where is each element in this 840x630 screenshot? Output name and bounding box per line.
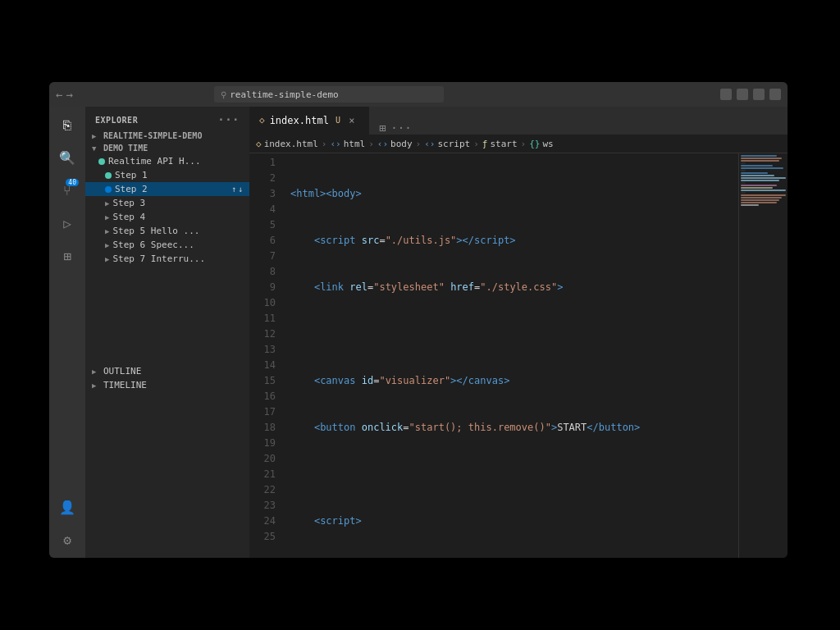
editor-area: ◇ index.html U × ⊞ ··· ◇ index.html › <box>249 107 788 558</box>
minimap-line <box>741 167 783 169</box>
step-down-icon[interactable]: ↓ <box>238 185 243 194</box>
sidebar-item-step3[interactable]: ▶ Step 3 <box>85 196 249 210</box>
breadcrumb-sep1: › <box>322 139 327 149</box>
breadcrumb-file: ◇ index.html <box>256 139 318 149</box>
sidebar-item-step2[interactable]: Step 2 ↑ ↓ <box>85 182 249 196</box>
minimap-line <box>741 187 773 189</box>
breadcrumb-start-label: start <box>490 139 517 149</box>
sidebar-step5-label: Step 5 Hello ... <box>112 226 199 236</box>
nav-arrows: ← → <box>56 88 73 101</box>
sidebar-item-step6[interactable]: ▶ Step 6 Speec... <box>85 238 249 252</box>
minimap-line <box>741 192 746 194</box>
minimap-line <box>741 172 768 174</box>
search-text: realtime-simple-demo <box>230 89 338 100</box>
minimap-line <box>741 204 759 206</box>
minimap-line <box>741 194 786 196</box>
breadcrumb-script: ‹› script <box>424 139 470 149</box>
search-icon[interactable]: 🔍 <box>56 146 79 169</box>
layout-btn-1[interactable] <box>720 89 732 100</box>
git-icon[interactable]: ⑂ 40 <box>56 179 79 202</box>
tab-actions: ⊞ ··· <box>372 121 418 135</box>
tab-index-html[interactable]: ◇ index.html U × <box>249 107 369 135</box>
minimap-line <box>741 180 779 181</box>
chevron-outline: ▶ <box>92 368 100 376</box>
code-line-7 <box>284 467 738 482</box>
breadcrumb-ws: {} ws <box>529 139 554 149</box>
split-editor-icon[interactable]: ⊞ <box>379 121 386 135</box>
play-icon-step5: ▶ <box>105 227 109 235</box>
code-line-4 <box>284 326 738 342</box>
chevron-timeline: ▶ <box>92 381 100 390</box>
sidebar: EXPLORER ··· ▶ REALTIME-SIMPLE-DEMO ▼ DE… <box>85 107 249 558</box>
files-icon[interactable]: ⎘ <box>56 113 79 136</box>
code-line-3: <link rel="stylesheet" href="./style.css… <box>284 280 738 295</box>
layout-btn-4[interactable] <box>769 89 781 100</box>
tab-modified-dot: U <box>336 116 340 125</box>
sidebar-item-step4[interactable]: ▶ Step 4 <box>85 210 249 224</box>
sidebar-timeline[interactable]: ▶ TIMELINE <box>85 378 249 392</box>
step-up-icon[interactable]: ↑ <box>231 185 236 194</box>
code-line-6: <button onclick="start(); this.remove()"… <box>284 420 738 436</box>
minimap-line <box>741 189 786 191</box>
step-nav-arrows: ↑ ↓ <box>231 185 243 194</box>
play-icon-step3: ▶ <box>105 199 109 208</box>
demo-time-label: DEMO TIME <box>103 144 148 153</box>
sidebar-demo-time[interactable]: ▼ DEMO TIME <box>85 142 249 154</box>
sidebar-item-realtime-api[interactable]: Realtime API H... <box>85 154 249 168</box>
minimap-line <box>741 185 777 186</box>
layout-btn-3[interactable] <box>753 89 765 100</box>
sidebar-step3-label: Step 3 <box>112 198 145 208</box>
extensions-icon[interactable]: ⊞ <box>56 244 79 267</box>
breadcrumb-filename: index.html <box>264 139 318 149</box>
breadcrumb-body-label: body <box>390 139 413 149</box>
git-badge: 40 <box>66 179 79 186</box>
minimap-line <box>741 165 773 167</box>
line-numbers: 12345 678910 1112131415 1617181920 21222… <box>249 153 284 558</box>
breadcrumb-sep4: › <box>473 139 479 149</box>
minimap-line <box>741 158 782 159</box>
sidebar-item-step1[interactable]: Step 1 <box>85 168 249 182</box>
code-editor[interactable]: <html><body> <script src="./utils.js"></… <box>284 153 738 558</box>
sidebar-step1-label: Step 1 <box>115 170 148 180</box>
more-actions-icon[interactable]: ··· <box>390 121 411 135</box>
minimap-line <box>741 160 779 162</box>
layout-btn-2[interactable] <box>737 89 748 100</box>
breadcrumb-ws-label: ws <box>542 139 553 149</box>
minimap-line <box>741 202 777 203</box>
title-bar: ← → ⚲ realtime-simple-demo <box>49 82 788 107</box>
settings-icon[interactable]: ⚙ <box>56 528 79 551</box>
tab-close-btn[interactable]: × <box>345 114 358 127</box>
debug-icon[interactable]: ▷ <box>56 212 79 235</box>
search-bar[interactable]: ⚲ realtime-simple-demo <box>214 86 444 103</box>
breadcrumb-script-label: script <box>437 139 470 149</box>
title-bar-right <box>720 89 781 100</box>
project-label: REALTIME-SIMPLE-DEMO <box>103 131 202 140</box>
back-arrow[interactable]: ← <box>56 88 62 101</box>
minimap-line <box>741 162 746 164</box>
outline-label: OUTLINE <box>103 366 141 377</box>
sidebar-project[interactable]: ▶ REALTIME-SIMPLE-DEMO <box>85 130 249 142</box>
sidebar-item-step7[interactable]: ▶ Step 7 Interru... <box>85 252 249 266</box>
sidebar-step2-label: Step 2 <box>115 184 148 194</box>
sidebar-outline[interactable]: ▶ OUTLINE <box>85 364 249 378</box>
sidebar-more-btn[interactable]: ··· <box>217 113 240 126</box>
status-dot-green <box>98 158 105 165</box>
code-line-1: <html><body> <box>284 186 738 202</box>
breadcrumb-sep5: › <box>521 139 527 149</box>
forward-arrow[interactable]: → <box>66 88 72 101</box>
breadcrumb: ◇ index.html › ‹› html › ‹› body › ‹› sc… <box>249 135 788 153</box>
status-dot-step1 <box>105 172 112 179</box>
account-icon[interactable]: 👤 <box>56 495 79 518</box>
minimap-line <box>741 177 786 179</box>
code-line-2: <script src="./utils.js"></script> <box>284 233 738 249</box>
tab-html-icon: ◇ <box>259 115 265 126</box>
sidebar-item-step5[interactable]: ▶ Step 5 Hello ... <box>85 224 249 238</box>
minimap-line <box>741 155 777 157</box>
play-icon-step7: ▶ <box>105 255 109 263</box>
breadcrumb-ws-icon: {} <box>529 139 540 149</box>
activity-bottom: 👤 ⚙ <box>56 331 79 558</box>
breadcrumb-script-icon: ‹› <box>424 139 435 149</box>
explorer-title: EXPLORER ··· <box>85 107 249 130</box>
breadcrumb-html: ‹› html <box>330 139 365 149</box>
chevron-down-icon: ▼ <box>92 144 100 153</box>
